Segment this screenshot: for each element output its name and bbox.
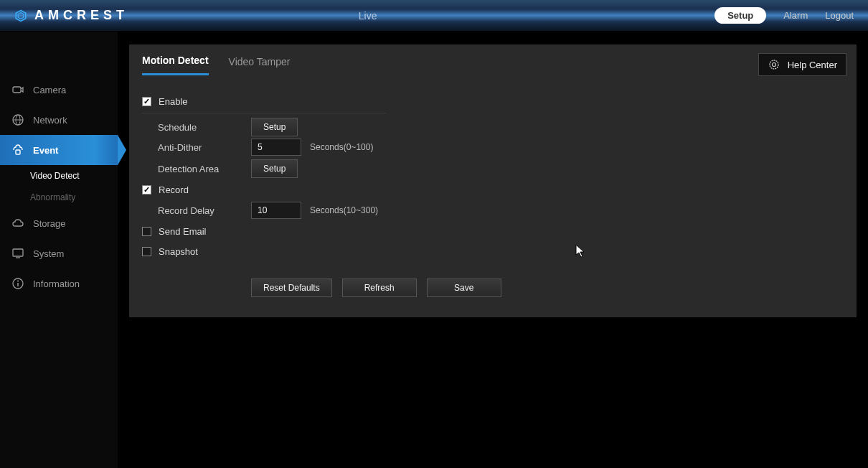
snapshot-checkbox[interactable] [142,247,151,256]
detection-area-setup-button[interactable]: Setup [251,159,298,178]
record-delay-input[interactable] [251,202,301,219]
svg-point-12 [770,60,778,69]
record-checkbox[interactable] [142,185,151,195]
svg-rect-7 [13,249,23,256]
record-label: Record [159,184,189,195]
sidebar-label-system: System [33,248,64,259]
sidebar: Camera Network Event Video Detect Abnorm… [0,32,118,468]
sidebar-subitem-video-detect[interactable]: Video Detect [0,165,118,187]
reset-defaults-button[interactable]: Reset Defaults [251,279,332,297]
sidebar-item-network[interactable]: Network [0,105,118,135]
svg-point-13 [772,63,775,67]
svg-rect-6 [16,150,20,154]
save-button[interactable]: Save [427,279,501,297]
content: Motion Detect Video Tamper Help Center E… [118,32,868,468]
sidebar-item-storage[interactable]: Storage [0,208,118,238]
snapshot-label: Snapshot [159,246,198,257]
sidebar-label-network: Network [33,115,67,126]
anti-dither-input[interactable] [251,139,301,156]
svg-rect-2 [13,87,21,93]
nav-setup[interactable]: Setup [714,7,766,24]
tab-video-tamper[interactable]: Video Tamper [229,56,291,75]
sidebar-label-information: Information [33,279,80,289]
schedule-label: Schedule [158,122,251,133]
information-icon [11,277,24,290]
camera-icon [11,83,24,96]
header-live-label[interactable]: Live [21,10,714,22]
send-email-checkbox[interactable] [142,227,151,236]
refresh-button[interactable]: Refresh [342,279,417,297]
record-delay-hint: Seconds(10~300) [310,205,378,215]
help-center-label: Help Center [788,60,837,70]
schedule-setup-button[interactable]: Setup [251,118,298,136]
help-center-button[interactable]: Help Center [758,53,846,76]
sidebar-label-storage: Storage [33,218,66,229]
enable-checkbox[interactable] [142,97,151,106]
sidebar-label-camera: Camera [33,85,66,95]
event-icon [11,144,24,156]
action-buttons: Reset Defaults Refresh Save [251,279,844,297]
sidebar-item-information[interactable]: Information [0,268,118,299]
header-nav: Setup Alarm Logout [714,7,854,24]
sidebar-item-system[interactable]: System [0,238,118,268]
network-icon [11,113,24,126]
tabs: Motion Detect Video Tamper [142,45,844,75]
storage-icon [11,217,24,230]
sidebar-item-event[interactable]: Event [0,135,118,165]
enable-label: Enable [159,96,187,107]
settings-panel: Motion Detect Video Tamper Help Center E… [129,45,857,317]
sidebar-item-camera[interactable]: Camera [0,75,118,105]
detection-area-label: Detection Area [158,164,251,174]
help-center-icon [768,58,780,71]
nav-logout[interactable]: Logout [825,10,854,21]
nav-alarm[interactable]: Alarm [783,10,808,21]
svg-point-11 [17,281,19,282]
system-icon [11,247,24,260]
header: AMCREST Live Setup Alarm Logout [0,0,868,32]
sidebar-label-event: Event [33,145,58,156]
anti-dither-label: Anti-Dither [158,142,251,153]
send-email-label: Send Email [159,226,206,237]
sidebar-subitem-abnormality[interactable]: Abnormality [0,187,118,208]
record-delay-label: Record Delay [158,205,251,216]
form: Enable Schedule Setup Anti-Dither Second… [142,75,844,297]
tab-motion-detect[interactable]: Motion Detect [142,55,209,75]
anti-dither-hint: Seconds(0~100) [310,142,373,152]
